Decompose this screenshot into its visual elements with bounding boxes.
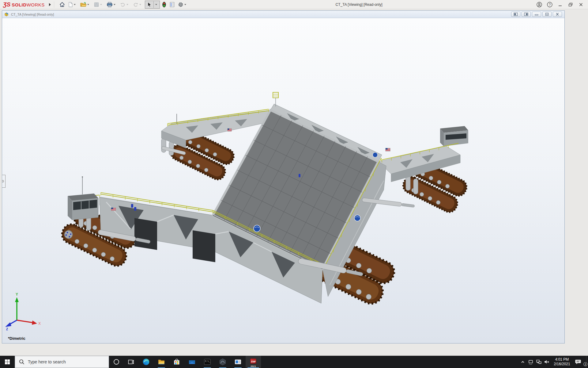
open-button[interactable] [79,0,92,9]
doc-minimize-button[interactable] [532,12,541,17]
minimize-icon [558,2,563,7]
taskbar-search-box[interactable] [15,356,109,368]
solidworks-year-label: 2021 [251,365,256,368]
taskbar-app-file-explorer[interactable] [154,356,169,368]
doc-close-button[interactable] [553,12,562,17]
restore-button[interactable] [565,0,576,9]
tile-left-button[interactable] [511,12,520,17]
operator-cab [68,176,98,220]
minimize-button[interactable] [555,0,565,9]
document-title-bar[interactable]: CT_TA [Viewing] [Read-only] [2,11,564,18]
task-view-button[interactable] [124,356,138,368]
3ds-logo-mark: ƷS [3,1,10,8]
crawler-transporter-model[interactable]: Y X Z [2,18,564,343]
windows-logo-icon [5,359,10,365]
action-center-icon [575,358,582,366]
feature-manager-collapsed-handle[interactable] [2,175,6,188]
chevron-up-icon [520,359,526,365]
doc-minimize-icon [534,13,539,16]
roof-ladder [273,92,278,106]
show-desktop-button[interactable] [586,356,588,368]
print-button[interactable] [105,0,119,9]
cortana-button[interactable] [109,356,124,368]
svg-text:SW: SW [251,360,256,363]
clock-date: 2/16/2021 [552,362,572,366]
clock-time: 4:01 PM [552,357,572,362]
open-dropdown[interactable] [87,4,89,5]
taskbar-app-hexagon[interactable] [215,356,230,368]
menu-flyout-arrow-icon[interactable] [49,3,51,6]
save-button[interactable] [92,0,105,9]
window-controls: ? [534,0,586,9]
triad-z-label: Z [6,328,8,331]
file-properties-button[interactable] [168,0,176,9]
select-cursor-icon [146,1,153,8]
close-icon [579,2,583,7]
document-window-buttons [511,12,562,17]
account-button[interactable] [534,0,545,9]
taskbar-app-window[interactable] [230,356,246,368]
system-tray: 4:01 PM 2/16/2021 2 [519,356,588,368]
taskbar-clock[interactable]: 4:01 PM 2/16/2021 [552,357,572,366]
rebuild-traffic-light-icon [162,1,167,8]
microsoft-store-icon [173,358,181,366]
taskbar-app-solidworks[interactable]: SW 2021 [246,356,261,368]
search-input[interactable] [28,359,104,364]
select-tool-pressed[interactable] [145,1,160,9]
redo-button[interactable] [131,0,144,9]
taskbar-app-mail[interactable] [184,356,200,368]
options-button[interactable] [176,0,189,9]
select-dropdown[interactable] [155,4,157,5]
command-prompt-icon: C:\_ [203,358,211,366]
windows-taskbar: C:\_ SW 2021 [0,356,588,368]
help-button[interactable]: ? [545,0,555,9]
doc-restore-icon [545,13,549,16]
notification-count-badge: 2 [583,362,587,366]
new-document-dropdown[interactable] [74,4,76,5]
options-dropdown[interactable] [184,4,186,5]
view-orientation-label: *Dimetric [8,336,25,341]
redo-dropdown[interactable] [139,4,141,5]
brand-works: WORKS [27,2,45,7]
triad-x-label: X [38,321,41,326]
taskbar-app-edge[interactable] [138,356,154,368]
cmd-glyph: C:\_ [205,360,211,362]
workspace: CT_TA [Viewing] [Read-only] [0,9,588,356]
home-icon [59,2,65,8]
svg-text:?: ? [549,3,551,6]
hidden-icons-chevron[interactable] [519,356,527,368]
solidworks-application: ƷS SOLID WORKS [0,0,588,368]
network-button[interactable] [535,356,543,368]
tile-right-button[interactable] [522,12,531,17]
options-gear-icon [178,2,184,8]
print-dropdown[interactable] [114,4,115,5]
search-icon [19,359,25,365]
action-center-button[interactable]: 2 [573,356,584,368]
file-explorer-icon [157,358,165,366]
hexagon-app-icon [219,358,227,366]
window-title: CT_TA [Viewing] [Read-only] [336,0,383,9]
taskbar-app-command-prompt[interactable]: C:\_ [200,356,215,368]
taskbar-app-microsoft-store[interactable] [169,356,184,368]
open-folder-icon [80,2,87,8]
quick-access-toolbar [58,0,189,9]
volume-button[interactable] [543,356,551,368]
save-dropdown[interactable] [100,4,102,5]
new-document-button[interactable] [66,0,79,9]
triad-y-label: Y [16,292,18,297]
title-bar: ƷS SOLID WORKS [0,0,588,9]
graphics-viewport[interactable]: Y X Z *Dimetric [2,18,564,343]
restore-icon [568,2,573,7]
redo-icon [133,2,139,8]
document-window: CT_TA [Viewing] [Read-only] [2,10,565,343]
doc-restore-button[interactable] [542,12,552,17]
display-cast-button[interactable] [527,356,535,368]
start-button[interactable] [0,356,15,368]
undo-button[interactable] [119,0,131,9]
rebuild-button[interactable] [160,0,168,9]
tile-right-icon [524,13,528,16]
pane-handle-knob[interactable] [2,180,4,182]
close-button[interactable] [576,0,586,9]
undo-dropdown[interactable] [126,4,128,5]
home-button[interactable] [58,0,66,9]
